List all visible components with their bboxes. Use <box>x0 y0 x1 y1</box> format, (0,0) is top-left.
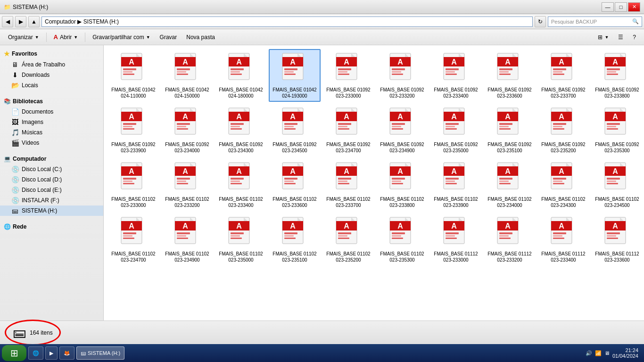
sidebar-item-disk-e[interactable]: 💿 Disco Local (E:) <box>0 185 103 195</box>
search-box[interactable]: Pesquisar BACKUP 🔍 <box>548 16 642 27</box>
file-item[interactable]: A FMAIS_BASE 01112023-233600 <box>591 213 643 266</box>
network-header[interactable]: 🌐 Rede <box>0 222 103 232</box>
svg-text:A: A <box>290 222 296 230</box>
file-item[interactable]: A FMAIS_BASE 01042024-180000 <box>215 49 267 102</box>
back-button[interactable]: ◀ <box>2 16 13 27</box>
address-path[interactable]: Computador ▶ SISTEMA (H:) <box>41 16 533 27</box>
file-item[interactable]: A FMAIS_BASE 01092023-235100 <box>484 104 536 156</box>
view-button[interactable]: ⊞ ▼ <box>594 31 613 43</box>
sidebar-item-disk-c[interactable]: 💿 Disco Local (C:) <box>0 164 103 174</box>
file-item[interactable]: A FMAIS_BASE 01102023-233600 <box>269 158 321 211</box>
file-item[interactable]: A FMAIS_BASE 01092023-235000 <box>430 104 482 156</box>
taskbar-ie-button[interactable]: 🌐 <box>28 346 43 360</box>
file-item[interactable]: A FMAIS_BASE 01092023-233000 <box>322 49 374 102</box>
file-item[interactable]: A FMAIS_BASE 01102023-235200 <box>322 213 374 266</box>
new-folder-button[interactable]: Nova pasta <box>182 31 219 43</box>
file-item[interactable]: A FMAIS_BASE 01102023-233400 <box>215 158 267 211</box>
up-button[interactable]: ▲ <box>28 16 40 27</box>
details-view-button[interactable]: ☰ <box>614 31 627 43</box>
minimize-button[interactable]: — <box>602 2 614 12</box>
help-button[interactable]: ? <box>628 31 640 43</box>
sidebar-item-install-f[interactable]: 💿 INSTALAR (F:) <box>0 195 103 206</box>
file-item[interactable]: A FMAIS_BASE 01092023-235200 <box>537 104 589 156</box>
svg-rect-167 <box>553 123 566 125</box>
file-item[interactable]: A FMAIS_BASE 01092023-233200 <box>376 49 428 102</box>
file-item[interactable]: A FMAIS_BASE 01092023-233800 <box>591 49 643 102</box>
sidebar-item-locals[interactable]: 📂 Locais <box>0 80 103 90</box>
refresh-button[interactable]: ↻ <box>535 16 546 27</box>
svg-text:A: A <box>505 58 511 66</box>
file-item[interactable]: A FMAIS_BASE 01102023-234700 <box>107 213 159 266</box>
svg-rect-14 <box>177 68 190 70</box>
file-item[interactable]: A FMAIS_BASE 01042024-193000 <box>269 49 321 102</box>
share-button[interactable]: Gravar/partilhar com ▼ <box>88 31 154 43</box>
burn-button[interactable]: Gravar <box>156 31 182 43</box>
sidebar-item-disk-d[interactable]: 💿 Disco Local (D:) <box>0 174 103 185</box>
access-file-icon: A <box>441 161 471 195</box>
file-item[interactable]: A FMAIS_BASE 01102023-235000 <box>215 213 267 266</box>
svg-rect-186 <box>123 181 132 182</box>
file-item[interactable]: A FMAIS_BASE 01102023-234900 <box>161 213 213 266</box>
file-area[interactable]: A FMAIS_BASE 01042024-110000 A FMAI <box>104 45 644 321</box>
file-item[interactable]: A FMAIS_BASE 01092023-234000 <box>161 104 213 156</box>
svg-text:A: A <box>290 58 296 66</box>
file-item[interactable]: A FMAIS_BASE 01102023-233700 <box>322 158 374 211</box>
taskbar-drive-button[interactable]: 🖴 SISTEMA (H:) <box>76 346 124 360</box>
file-item[interactable]: A FMAIS_BASE 01042024-150000 <box>161 49 213 102</box>
network-section: 🌐 Rede <box>0 219 103 235</box>
file-item[interactable]: A FMAIS_BASE 01092023-233400 <box>430 49 482 102</box>
file-item[interactable]: A FMAIS_BASE 01092023-234700 <box>322 104 374 156</box>
new-folder-label: Nova pasta <box>186 34 215 41</box>
access-file-icon: A <box>118 52 149 86</box>
taskbar-firefox-button[interactable]: 🦊 <box>59 346 74 360</box>
network-icon: 🌐 <box>4 223 11 230</box>
file-item[interactable]: A FMAIS_BASE 01102023-233900 <box>430 158 482 211</box>
maximize-button[interactable]: □ <box>615 2 627 12</box>
file-item[interactable]: A FMAIS_BASE 01102023-233800 <box>376 158 428 211</box>
sidebar-item-music[interactable]: 🎵 Músicas <box>0 127 103 138</box>
taskbar-media-button[interactable]: ▶ <box>45 346 58 360</box>
close-button[interactable]: ✕ <box>628 2 640 12</box>
file-item[interactable]: A FMAIS_BASE 01112023-233000 <box>430 213 482 266</box>
file-item[interactable]: A FMAIS_BASE 01102023-233200 <box>161 158 213 211</box>
file-item[interactable]: A FMAIS_BASE 01092023-235300 <box>591 104 643 156</box>
file-item[interactable]: A FMAIS_BASE 01042024-110000 <box>107 49 159 102</box>
file-item[interactable]: A FMAIS_BASE 01102023-233000 <box>107 158 159 211</box>
computer-header[interactable]: 💻 Computador <box>0 154 103 164</box>
sidebar-item-sistema-h[interactable]: 🖴 SISTEMA (H:) <box>0 206 103 216</box>
desktop-icon: 🖥 <box>11 61 19 68</box>
file-item[interactable]: A FMAIS_BASE 01102023-235300 <box>376 213 428 266</box>
start-button[interactable]: ⊞ <box>2 345 26 361</box>
file-item[interactable]: A FMAIS_BASE 01102023-234000 <box>484 158 536 211</box>
file-item[interactable]: A FMAIS_BASE 01092023-233600 <box>484 49 536 102</box>
access-file-icon: A <box>495 52 525 86</box>
svg-rect-5 <box>123 68 136 70</box>
file-item[interactable]: A FMAIS_BASE 01092023-233700 <box>537 49 589 102</box>
sidebar-item-images[interactable]: 🖼 Imagens <box>0 117 103 127</box>
organize-button[interactable]: Organizar ▼ <box>4 31 43 43</box>
sidebar-item-downloads[interactable]: ⬇ Downloads <box>0 70 103 80</box>
forward-button[interactable]: ▶ <box>15 16 26 27</box>
open-button[interactable]: A Abrir ▼ <box>50 31 83 43</box>
file-item[interactable]: A FMAIS_BASE 01102023-234300 <box>537 158 589 211</box>
file-name: FMAIS_BASE 01112023-233000 <box>433 251 479 263</box>
file-item[interactable]: A FMAIS_BASE 01102023-234500 <box>591 158 643 211</box>
sidebar-item-documents[interactable]: 📄 Documentos <box>0 107 103 117</box>
favorites-header[interactable]: ★ Favoritos <box>0 48 103 59</box>
sidebar-item-videos[interactable]: 🎬 Vídeos <box>0 138 103 148</box>
file-item[interactable]: A FMAIS_BASE 01092023-234900 <box>376 104 428 156</box>
file-item[interactable]: A FMAIS_BASE 01112023-233400 <box>537 213 589 266</box>
file-name: FMAIS_BASE 01102023-233200 <box>164 196 210 208</box>
clock-date: 01/04/2024 <box>612 353 638 359</box>
file-item[interactable]: A FMAIS_BASE 01092023-234500 <box>269 104 321 156</box>
libraries-header[interactable]: 📚 Bibliotecas <box>0 96 103 107</box>
file-name: FMAIS_BASE 01092023-234000 <box>164 141 210 154</box>
access-file-icon: A <box>172 216 202 250</box>
file-item[interactable]: A FMAIS_BASE 01102023-235100 <box>269 213 321 266</box>
svg-rect-285 <box>177 235 186 237</box>
sidebar-item-desktop[interactable]: 🖥 Área de Trabalho <box>0 59 103 70</box>
file-item[interactable]: A FMAIS_BASE 01092023-234300 <box>215 104 267 156</box>
file-item[interactable]: A FMAIS_BASE 01112023-233200 <box>484 213 536 266</box>
search-icon: 🔍 <box>632 18 639 25</box>
file-item[interactable]: A FMAIS_BASE 01092023-233900 <box>107 104 159 156</box>
